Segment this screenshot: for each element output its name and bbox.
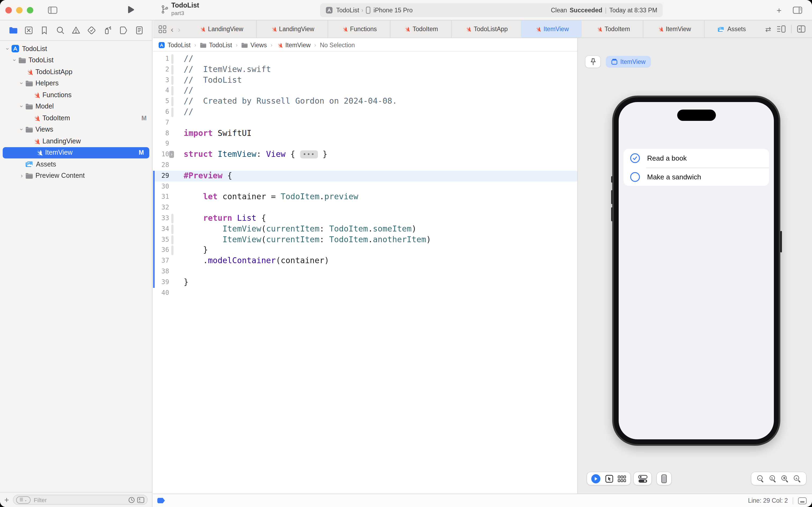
line-number[interactable]: 7 [153, 118, 169, 128]
checked-circle-icon[interactable] [630, 153, 640, 163]
toggle-inspector-sidebar-icon[interactable] [793, 6, 802, 14]
tab-todolistapp[interactable]: TodoListApp [451, 20, 521, 38]
line-number[interactable]: 29 [153, 171, 169, 181]
fold-marker[interactable]: › [169, 151, 174, 158]
jumpbar-segment-todolist[interactable]: TodoList [200, 42, 232, 48]
go-back-icon[interactable]: ‹ [171, 24, 173, 34]
tab-itemview[interactable]: ItemView [521, 20, 582, 38]
zoom-out-icon[interactable]: − [757, 475, 764, 482]
disclosure-chevron[interactable]: › [18, 173, 25, 179]
line-number[interactable]: 4 [153, 86, 169, 97]
line-number[interactable]: 35 [153, 234, 169, 245]
tab-functions[interactable]: Functions [327, 20, 390, 38]
tests-navigator-icon[interactable] [86, 25, 97, 36]
toggle-navigator-sidebar-icon[interactable] [48, 6, 57, 14]
tab-assets[interactable]: Assets [704, 20, 759, 38]
line-number[interactable]: 8 [153, 128, 169, 139]
line-number[interactable]: 1 [153, 54, 169, 64]
zoom-fit-icon[interactable] [781, 475, 788, 482]
line-number[interactable]: 2 [153, 64, 169, 75]
pin-preview-button[interactable] [585, 56, 600, 68]
go-forward-icon[interactable]: › [178, 24, 180, 34]
issues-navigator-icon[interactable] [71, 25, 81, 36]
disclosure-chevron[interactable]: › [5, 45, 11, 52]
line-number[interactable]: 34 [153, 224, 169, 235]
bookmarks-navigator-icon[interactable] [39, 25, 50, 36]
sidebar-item-todolistapp[interactable]: TodoListApp [0, 66, 152, 77]
zoom-100-icon[interactable]: 1 [769, 475, 776, 482]
add-editor-icon[interactable] [797, 25, 806, 33]
scheme-target[interactable]: TodoList [326, 6, 359, 14]
variants-mode-button[interactable] [618, 475, 626, 482]
jumpbar-segment-todolist[interactable]: TodoList [159, 42, 191, 48]
sidebar-item-landingview[interactable]: LandingView [0, 135, 152, 147]
jumpbar-segment-views[interactable]: Views [241, 42, 267, 48]
sidebar-item-todolist[interactable]: ›TodoList [0, 55, 152, 66]
tab-todoitem[interactable]: TodoItem [582, 20, 643, 38]
add-file-button[interactable]: + [4, 496, 9, 504]
zoom-window-button[interactable] [27, 7, 33, 13]
sidebar-item-todoitem[interactable]: TodoItemM [0, 112, 152, 124]
line-number[interactable]: 10 [153, 149, 169, 160]
unchecked-circle-icon[interactable] [630, 172, 640, 182]
line-number[interactable]: 38 [153, 266, 169, 277]
tab-landingview[interactable]: LandingView [186, 20, 256, 38]
line-number[interactable]: 30 [153, 181, 169, 192]
code-fold-ellipsis-icon[interactable]: ••• [300, 150, 318, 158]
filter-field[interactable]: ☰⌄ [13, 495, 148, 505]
sidebar-item-assets[interactable]: Assets [0, 158, 152, 170]
debug-navigator-icon[interactable] [102, 25, 113, 36]
line-number[interactable]: 37 [153, 256, 169, 266]
recent-files-icon[interactable] [128, 497, 135, 503]
tab-itemview[interactable]: ItemView [643, 20, 704, 38]
source-control-navigator-icon[interactable] [23, 25, 34, 36]
scheme-selector[interactable]: TodoList › iPhone 15 Pro Clean Succeeded… [320, 3, 663, 17]
jump-bar[interactable]: TodoList›TodoList›Views›ItemView›No Sele… [153, 39, 577, 52]
line-number[interactable]: 36 [153, 245, 169, 256]
close-window-button[interactable] [5, 7, 12, 13]
tab-todoitem[interactable]: TodoItem [390, 20, 451, 38]
disclosure-chevron[interactable]: › [18, 80, 25, 87]
scm-filter-icon[interactable] [137, 497, 144, 503]
line-col-indicator[interactable]: Line: 29 Col: 2 [748, 497, 788, 504]
preview-tab-chip[interactable]: ItemView [606, 56, 651, 68]
line-number[interactable]: 32 [153, 203, 169, 213]
activity-status[interactable]: Clean Succeeded | Today at 8:33 PM [551, 7, 657, 13]
minimize-window-button[interactable] [16, 7, 22, 13]
scheme-destination[interactable]: iPhone 15 Pro [365, 6, 413, 14]
jumpbar-segment-no-selection[interactable]: No Selection [320, 42, 355, 48]
line-number[interactable]: 9 [153, 139, 169, 150]
zoom-in-icon[interactable]: + [794, 475, 800, 482]
editor-only-layout-icon[interactable] [798, 497, 807, 504]
sidebar-item-itemview[interactable]: ItemViewM [3, 147, 149, 158]
find-navigator-icon[interactable] [55, 25, 65, 36]
tab-overview-icon[interactable] [159, 25, 167, 33]
run-button[interactable] [127, 6, 134, 14]
adjust-editor-options-icon[interactable]: ⇄ [765, 25, 771, 33]
new-tab-button[interactable]: + [776, 6, 781, 15]
device-settings-button[interactable] [634, 472, 651, 485]
sidebar-item-preview-content[interactable]: ›Preview Content [0, 170, 152, 181]
sidebar-item-functions[interactable]: Functions [0, 89, 152, 101]
project-navigator-icon[interactable] [7, 25, 18, 36]
line-number[interactable]: 3 [153, 75, 169, 86]
disclosure-chevron[interactable]: › [11, 57, 18, 64]
sidebar-item-model[interactable]: ›Model [0, 101, 152, 112]
line-number[interactable]: 5 [153, 96, 169, 107]
line-number[interactable]: 28 [153, 160, 169, 171]
disclosure-chevron[interactable]: › [18, 126, 25, 133]
filter-options-icon[interactable]: ☰⌄ [16, 496, 31, 504]
line-number[interactable]: 31 [153, 192, 169, 203]
source-editor[interactable]: 1//2// ItemView.swift3// TodoList4//5// … [153, 52, 577, 494]
jumpbar-segment-itemview[interactable]: ItemView [276, 42, 310, 48]
line-number[interactable]: 6 [153, 107, 169, 118]
line-number[interactable]: 33 [153, 213, 169, 224]
breakpoints-navigator-icon[interactable] [118, 25, 129, 36]
selectable-mode-button[interactable] [605, 474, 613, 483]
line-number[interactable]: 40 [153, 288, 169, 298]
tab-landingview[interactable]: LandingView [256, 20, 328, 38]
filter-input[interactable] [33, 496, 126, 504]
line-number[interactable]: 39 [153, 277, 169, 288]
editor-layout-icon[interactable] [776, 25, 786, 33]
sidebar-item-helpers[interactable]: ›Helpers [0, 77, 152, 89]
